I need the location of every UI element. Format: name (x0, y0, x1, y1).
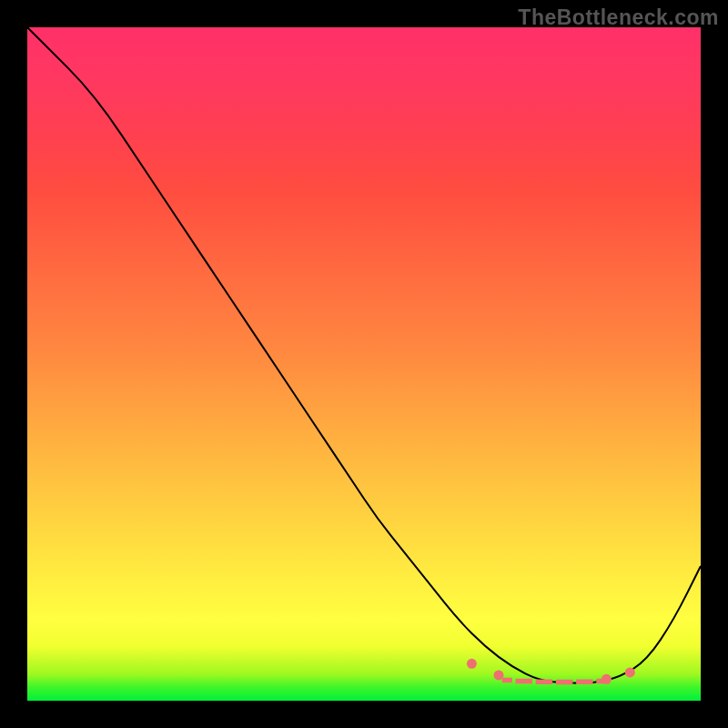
highlight-dot (467, 659, 477, 669)
highlight-dot (494, 670, 504, 680)
chart-overlay (27, 27, 701, 701)
highlight-dot (602, 674, 612, 684)
watermark-text: TheBottleneck.com (518, 5, 719, 30)
plot-area (27, 27, 701, 701)
highlight-dot (625, 667, 635, 677)
curve-line (27, 27, 701, 683)
chart-container: TheBottleneck.com (0, 0, 728, 728)
